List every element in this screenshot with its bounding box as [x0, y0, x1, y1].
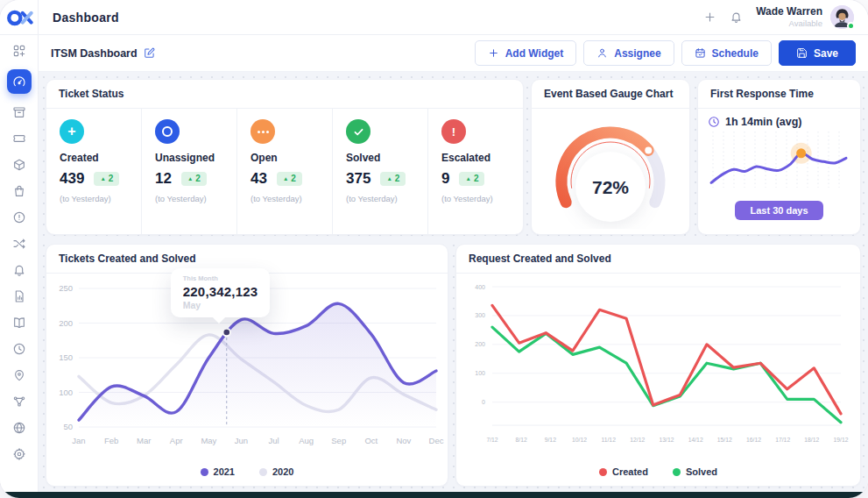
svg-text:8/12: 8/12 [516, 437, 527, 443]
svg-text:Feb: Feb [104, 436, 118, 445]
add-button[interactable] [703, 11, 716, 24]
schedule-button[interactable]: Schedule [681, 40, 772, 66]
page-title: Dashboard [53, 11, 119, 25]
requests-chart-card: Request Created and Solved 0100200300400… [455, 244, 861, 487]
user-status: Available [756, 18, 822, 29]
ticket-status-item-unassigned[interactable]: Unassigned12▲2(to Yesterday) [141, 109, 236, 234]
sidebar-item-book[interactable] [8, 315, 31, 331]
gauge-card: Event Based Gauge Chart 72% [531, 79, 690, 235]
sidebar-item-globe[interactable] [8, 420, 31, 436]
ticket-status-item-solved[interactable]: Solved375▲2(to Yesterday) [332, 109, 427, 234]
svg-text:14/12: 14/12 [688, 437, 703, 443]
svg-text:Nov: Nov [396, 436, 411, 445]
window-bottom-edge [0, 492, 868, 498]
legend-item-2020[interactable]: 2020 [259, 466, 293, 477]
ticket-status-item-escalated[interactable]: !Escalated9▲2(to Yesterday) [427, 109, 523, 234]
sidebar-item-alert[interactable] [8, 210, 31, 225]
tooltip-month: May [183, 300, 258, 310]
status-value: 9 [441, 170, 449, 188]
svg-text:Apr: Apr [170, 436, 183, 445]
svg-text:16/12: 16/12 [746, 437, 761, 443]
svg-text:Dec: Dec [429, 436, 444, 445]
status-value: 43 [251, 170, 267, 188]
add-widget-label: Add Widget [505, 47, 564, 60]
legend-item-solved[interactable]: Solved [673, 466, 717, 477]
app-logo[interactable] [0, 0, 39, 34]
svg-text:10/12: 10/12 [572, 437, 587, 443]
sidebar-item-ticket[interactable] [8, 131, 31, 146]
tickets-chart: This Month 220,342,123 May 5010015020025… [46, 274, 448, 463]
svg-text:9/12: 9/12 [545, 437, 556, 443]
legend-dot [599, 468, 607, 476]
svg-text:100: 100 [59, 388, 73, 397]
status-label: Unassigned [155, 152, 223, 164]
status-note: (to Yesterday) [251, 194, 319, 203]
sidebar [0, 35, 39, 498]
svg-text:Oct: Oct [364, 436, 378, 445]
svg-text:Aug: Aug [299, 436, 314, 445]
sidebar-item-shuffle[interactable] [8, 236, 31, 252]
status-value: 375 [346, 170, 370, 188]
calendar-icon [695, 47, 706, 59]
sidebar-item-report[interactable] [8, 288, 31, 304]
first-response-card: First Response Time 1h 14min (avg) Last … [697, 79, 861, 235]
sidebar-item-history[interactable] [8, 341, 31, 357]
user-menu[interactable]: Wade Warren Available [756, 5, 854, 29]
legend-item-2021[interactable]: 2021 [201, 466, 235, 477]
sidebar-item-package[interactable] [8, 157, 31, 173]
sidebar-item-bell[interactable] [8, 262, 31, 278]
notifications-button[interactable] [730, 11, 743, 24]
tickets-chart-card: Tickets Created and Solved This Month 22… [46, 244, 448, 487]
sidebar-item-gauge[interactable] [7, 69, 32, 94]
svg-text:100: 100 [475, 370, 485, 376]
svg-text:17/12: 17/12 [775, 437, 790, 443]
sidebar-item-apps[interactable] [8, 43, 31, 59]
svg-text:400: 400 [475, 284, 485, 290]
assignee-label: Assignee [614, 47, 660, 60]
status-label: Created [60, 152, 128, 164]
svg-text:7/12: 7/12 [486, 437, 498, 443]
svg-text:13/12: 13/12 [659, 437, 674, 443]
svg-text:19/12: 19/12 [833, 437, 848, 443]
ticket-status-item-created[interactable]: +Created439▲2(to Yesterday) [46, 109, 141, 234]
dashboard-name: ITSM Dashboard [51, 47, 138, 60]
sidebar-item-bag[interactable] [8, 183, 31, 199]
plus-icon [488, 47, 499, 59]
tooltip-value: 220,342,123 [183, 284, 258, 299]
edit-icon[interactable] [144, 47, 155, 59]
last-30-days-button[interactable]: Last 30 days [735, 201, 822, 220]
svg-text:18/12: 18/12 [804, 437, 819, 443]
svg-text:72%: 72% [592, 177, 629, 197]
svg-text:200: 200 [475, 341, 485, 347]
svg-text:15/12: 15/12 [717, 437, 732, 443]
sidebar-item-archive[interactable] [8, 104, 31, 120]
status-exclaim-icon: ! [441, 119, 466, 144]
status-delta-badge: ▲2 [94, 172, 119, 186]
ticket-status-item-open[interactable]: Open43▲2(to Yesterday) [236, 109, 332, 234]
chart-tooltip: This Month 220,342,123 May [171, 268, 271, 317]
save-label: Save [814, 47, 838, 60]
status-plus-icon: + [60, 119, 84, 144]
ticket-status-title: Ticket Status [46, 80, 523, 109]
sidebar-item-pin[interactable] [8, 367, 31, 383]
response-sparkline-chart [708, 128, 851, 200]
first-response-title: First Response Time [698, 80, 860, 109]
widget-canvas: Ticket Status +Created439▲2(to Yesterday… [39, 72, 868, 498]
user-icon [596, 47, 608, 59]
status-value: 439 [60, 170, 84, 188]
avatar[interactable] [830, 5, 854, 29]
legend-item-created[interactable]: Created [599, 466, 648, 477]
save-button[interactable]: Save [779, 40, 856, 66]
sidebar-item-network[interactable] [8, 394, 31, 409]
sidebar-item-gear[interactable] [8, 446, 31, 462]
user-name: Wade Warren [756, 5, 822, 18]
presence-dot [847, 22, 855, 30]
svg-text:300: 300 [475, 312, 485, 318]
svg-text:12/12: 12/12 [630, 437, 645, 443]
add-widget-button[interactable]: Add Widget [475, 40, 577, 66]
status-check-icon [346, 119, 370, 144]
assignee-button[interactable]: Assignee [583, 40, 674, 66]
status-delta-badge: ▲2 [181, 172, 207, 186]
svg-text:150: 150 [59, 352, 73, 362]
fish-logo-icon [5, 6, 33, 28]
